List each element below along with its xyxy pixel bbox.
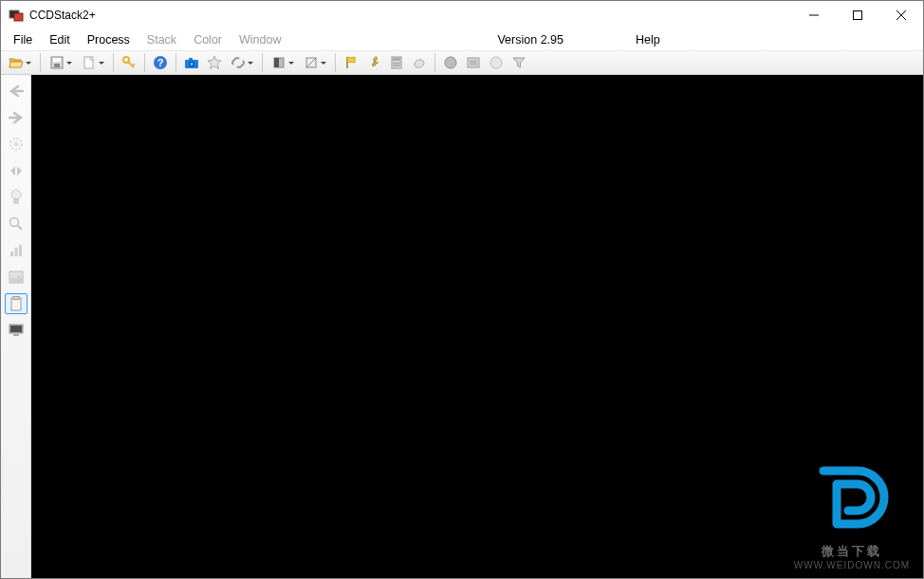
help-icon[interactable]: ? (150, 52, 171, 73)
svg-point-22 (394, 65, 396, 66)
svg-point-20 (396, 63, 397, 65)
menu-stack[interactable]: Stack (139, 31, 185, 48)
menu-version: Version 2.95 (489, 31, 572, 48)
frame-button[interactable] (463, 52, 484, 73)
watermark-name: 微当下载 (794, 543, 910, 560)
svg-point-32 (9, 218, 18, 227)
window-title: CCDStack2+ (29, 9, 96, 22)
svg-point-25 (445, 57, 456, 68)
side-toolbar (1, 75, 31, 578)
calculator-button[interactable] (386, 52, 407, 73)
key-button[interactable] (119, 52, 139, 73)
disc-dark-button[interactable] (440, 52, 461, 73)
svg-rect-41 (13, 334, 19, 336)
svg-rect-40 (10, 326, 22, 332)
image-canvas[interactable]: 微当下载 WWW.WEIDOWN.COM (31, 75, 923, 578)
svg-point-19 (394, 63, 396, 65)
disc-light-button[interactable] (486, 52, 507, 73)
link-button[interactable] (227, 52, 257, 73)
svg-rect-34 (14, 248, 17, 256)
svg-rect-1 (14, 13, 23, 21)
camera-button[interactable] (181, 52, 202, 73)
separator (176, 53, 176, 72)
svg-rect-4 (53, 58, 61, 62)
maximize-button[interactable] (836, 1, 879, 29)
levels-button[interactable] (300, 52, 330, 73)
menu-process[interactable]: Process (79, 31, 139, 48)
wrench-button[interactable] (363, 52, 384, 73)
svg-rect-5 (54, 64, 60, 67)
menu-help[interactable]: Help (627, 31, 669, 48)
nav-right-icon[interactable] (5, 107, 28, 128)
minimize-button[interactable] (792, 1, 836, 29)
content-area: 微当下载 WWW.WEIDOWN.COM (1, 75, 923, 578)
separator (434, 53, 435, 72)
save-button[interactable] (46, 52, 76, 73)
svg-point-21 (398, 63, 400, 65)
target-icon[interactable] (5, 134, 28, 155)
app-window: CCDStack2+ File Edit Process Stack Color… (0, 0, 924, 579)
watermark: 微当下载 WWW.WEIDOWN.COM (794, 459, 910, 570)
menu-color[interactable]: Color (185, 31, 231, 48)
menu-window[interactable]: Window (231, 31, 289, 48)
clipboard-icon[interactable] (5, 293, 28, 314)
separator (113, 53, 114, 72)
histogram-icon[interactable] (5, 240, 28, 261)
flag-button[interactable] (341, 52, 361, 73)
monitor-icon[interactable] (5, 320, 28, 341)
svg-rect-13 (189, 58, 193, 60)
svg-rect-31 (14, 199, 18, 203)
svg-rect-38 (13, 297, 19, 300)
blob-button[interactable] (409, 52, 430, 73)
separator (144, 53, 145, 72)
separator (262, 53, 263, 72)
svg-point-24 (398, 65, 400, 66)
svg-rect-27 (470, 60, 477, 65)
zoom-icon[interactable] (5, 214, 28, 234)
svg-point-28 (490, 57, 502, 68)
menu-edit[interactable]: Edit (41, 31, 79, 48)
svg-rect-33 (10, 252, 13, 256)
filter-button[interactable] (508, 52, 529, 73)
nav-left-icon[interactable] (5, 81, 28, 102)
menubar: File Edit Process Stack Color Window Ver… (1, 29, 923, 50)
svg-point-30 (11, 190, 21, 199)
svg-rect-35 (19, 245, 22, 256)
open-button[interactable] (5, 52, 35, 73)
watermark-url: WWW.WEIDOWN.COM (794, 560, 910, 570)
bulb-icon[interactable] (5, 187, 28, 208)
image-icon[interactable] (5, 267, 28, 288)
svg-point-12 (191, 63, 194, 65)
new-button[interactable] (78, 52, 108, 73)
svg-point-23 (396, 65, 397, 66)
app-icon (9, 8, 24, 23)
main-toolbar: ? (1, 50, 923, 75)
svg-rect-2 (854, 11, 862, 20)
menu-file[interactable]: File (5, 31, 41, 48)
contrast-button[interactable] (268, 52, 298, 73)
svg-text:?: ? (157, 57, 164, 68)
separator (335, 53, 336, 72)
close-button[interactable] (879, 1, 923, 29)
svg-rect-6 (84, 57, 93, 68)
flip-icon[interactable] (5, 160, 28, 181)
titlebar: CCDStack2+ (1, 1, 923, 29)
separator (40, 53, 41, 72)
star-button[interactable] (204, 52, 225, 73)
svg-rect-18 (393, 58, 400, 61)
svg-rect-15 (274, 58, 279, 67)
